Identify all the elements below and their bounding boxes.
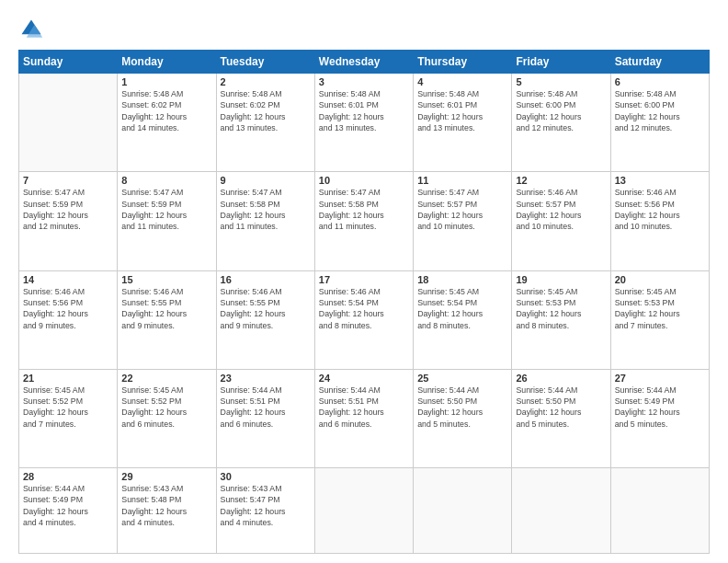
day-number: 14 (23, 274, 113, 285)
day-number: 9 (221, 175, 311, 186)
calendar-cell: 11Sunrise: 5:47 AM Sunset: 5:57 PM Dayli… (414, 172, 512, 270)
day-info: Sunrise: 5:44 AM Sunset: 5:49 PM Dayligh… (615, 385, 705, 430)
calendar-cell: 5Sunrise: 5:48 AM Sunset: 6:00 PM Daylig… (512, 74, 610, 172)
day-number: 17 (319, 274, 409, 285)
calendar-cell: 17Sunrise: 5:46 AM Sunset: 5:54 PM Dayli… (314, 270, 413, 369)
day-info: Sunrise: 5:48 AM Sunset: 6:01 PM Dayligh… (319, 88, 409, 133)
week-row-4: 21Sunrise: 5:45 AM Sunset: 5:52 PM Dayli… (19, 369, 710, 467)
calendar-cell: 22Sunrise: 5:45 AM Sunset: 5:52 PM Dayli… (118, 369, 216, 467)
calendar-cell: 25Sunrise: 5:44 AM Sunset: 5:50 PM Dayli… (414, 369, 512, 467)
calendar-cell: 15Sunrise: 5:46 AM Sunset: 5:55 PM Dayli… (118, 270, 216, 369)
calendar-cell: 4Sunrise: 5:48 AM Sunset: 6:01 PM Daylig… (414, 74, 512, 172)
calendar-cell (19, 74, 118, 172)
day-info: Sunrise: 5:44 AM Sunset: 5:51 PM Dayligh… (221, 385, 311, 430)
day-info: Sunrise: 5:44 AM Sunset: 5:50 PM Dayligh… (516, 385, 606, 430)
day-info: Sunrise: 5:46 AM Sunset: 5:54 PM Dayligh… (319, 286, 409, 331)
day-info: Sunrise: 5:48 AM Sunset: 6:00 PM Dayligh… (516, 88, 606, 133)
day-number: 5 (516, 76, 606, 87)
day-info: Sunrise: 5:44 AM Sunset: 5:50 PM Dayligh… (417, 385, 507, 430)
day-number: 1 (121, 76, 211, 87)
weekday-header-saturday: Saturday (610, 51, 709, 74)
day-number: 18 (417, 274, 507, 285)
day-number: 16 (221, 274, 311, 285)
calendar-cell: 21Sunrise: 5:45 AM Sunset: 5:52 PM Dayli… (19, 369, 118, 467)
day-info: Sunrise: 5:47 AM Sunset: 5:58 PM Dayligh… (319, 187, 409, 232)
day-info: Sunrise: 5:45 AM Sunset: 5:53 PM Dayligh… (516, 286, 606, 331)
day-number: 10 (319, 175, 409, 186)
calendar-cell (414, 468, 512, 554)
calendar-cell: 30Sunrise: 5:43 AM Sunset: 5:47 PM Dayli… (216, 468, 314, 554)
day-number: 29 (121, 471, 211, 482)
calendar-cell: 2Sunrise: 5:48 AM Sunset: 6:02 PM Daylig… (216, 74, 314, 172)
day-info: Sunrise: 5:45 AM Sunset: 5:54 PM Dayligh… (417, 286, 507, 331)
day-info: Sunrise: 5:46 AM Sunset: 5:55 PM Dayligh… (121, 286, 211, 331)
day-number: 25 (417, 373, 507, 384)
day-info: Sunrise: 5:47 AM Sunset: 5:57 PM Dayligh… (417, 187, 507, 232)
day-info: Sunrise: 5:43 AM Sunset: 5:48 PM Dayligh… (121, 483, 211, 528)
weekday-header-friday: Friday (512, 51, 610, 74)
day-number: 28 (23, 471, 113, 482)
calendar-cell (314, 468, 413, 554)
calendar-cell: 12Sunrise: 5:46 AM Sunset: 5:57 PM Dayli… (512, 172, 610, 270)
day-number: 19 (516, 274, 606, 285)
day-number: 3 (319, 76, 409, 87)
weekday-header-sunday: Sunday (19, 51, 118, 74)
weekday-header-tuesday: Tuesday (216, 51, 314, 74)
weekday-header-row: SundayMondayTuesdayWednesdayThursdayFrid… (19, 51, 710, 74)
calendar-cell: 13Sunrise: 5:46 AM Sunset: 5:56 PM Dayli… (610, 172, 709, 270)
weekday-header-wednesday: Wednesday (314, 51, 413, 74)
calendar-cell: 16Sunrise: 5:46 AM Sunset: 5:55 PM Dayli… (216, 270, 314, 369)
calendar-cell: 29Sunrise: 5:43 AM Sunset: 5:48 PM Dayli… (118, 468, 216, 554)
day-info: Sunrise: 5:48 AM Sunset: 6:01 PM Dayligh… (417, 88, 507, 133)
calendar-cell: 26Sunrise: 5:44 AM Sunset: 5:50 PM Dayli… (512, 369, 610, 467)
day-info: Sunrise: 5:47 AM Sunset: 5:59 PM Dayligh… (23, 187, 113, 232)
day-number: 30 (221, 471, 311, 482)
day-number: 27 (615, 373, 705, 384)
weekday-header-thursday: Thursday (414, 51, 512, 74)
calendar-cell: 24Sunrise: 5:44 AM Sunset: 5:51 PM Dayli… (314, 369, 413, 467)
day-number: 12 (516, 175, 606, 186)
calendar-cell: 3Sunrise: 5:48 AM Sunset: 6:01 PM Daylig… (314, 74, 413, 172)
calendar-cell: 19Sunrise: 5:45 AM Sunset: 5:53 PM Dayli… (512, 270, 610, 369)
day-number: 26 (516, 373, 606, 384)
day-info: Sunrise: 5:48 AM Sunset: 6:00 PM Dayligh… (615, 88, 705, 133)
calendar-cell: 10Sunrise: 5:47 AM Sunset: 5:58 PM Dayli… (314, 172, 413, 270)
calendar-cell: 9Sunrise: 5:47 AM Sunset: 5:58 PM Daylig… (216, 172, 314, 270)
day-number: 20 (615, 274, 705, 285)
calendar-cell (610, 468, 709, 554)
calendar-cell: 1Sunrise: 5:48 AM Sunset: 6:02 PM Daylig… (118, 74, 216, 172)
calendar-cell: 27Sunrise: 5:44 AM Sunset: 5:49 PM Dayli… (610, 369, 709, 467)
calendar-cell (512, 468, 610, 554)
day-info: Sunrise: 5:45 AM Sunset: 5:52 PM Dayligh… (23, 385, 113, 430)
week-row-1: 1Sunrise: 5:48 AM Sunset: 6:02 PM Daylig… (19, 74, 710, 172)
weekday-header-monday: Monday (118, 51, 216, 74)
day-info: Sunrise: 5:47 AM Sunset: 5:58 PM Dayligh… (221, 187, 311, 232)
day-info: Sunrise: 5:45 AM Sunset: 5:53 PM Dayligh… (615, 286, 705, 331)
day-number: 2 (221, 76, 311, 87)
logo (18, 17, 48, 42)
day-info: Sunrise: 5:48 AM Sunset: 6:02 PM Dayligh… (121, 88, 211, 133)
day-info: Sunrise: 5:47 AM Sunset: 5:59 PM Dayligh… (121, 187, 211, 232)
calendar-cell: 14Sunrise: 5:46 AM Sunset: 5:56 PM Dayli… (19, 270, 118, 369)
week-row-2: 7Sunrise: 5:47 AM Sunset: 5:59 PM Daylig… (19, 172, 710, 270)
day-info: Sunrise: 5:46 AM Sunset: 5:55 PM Dayligh… (221, 286, 311, 331)
calendar-cell: 6Sunrise: 5:48 AM Sunset: 6:00 PM Daylig… (610, 74, 709, 172)
day-number: 13 (615, 175, 705, 186)
day-info: Sunrise: 5:45 AM Sunset: 5:52 PM Dayligh… (121, 385, 211, 430)
week-row-5: 28Sunrise: 5:44 AM Sunset: 5:49 PM Dayli… (19, 468, 710, 554)
day-number: 4 (417, 76, 507, 87)
calendar-cell: 23Sunrise: 5:44 AM Sunset: 5:51 PM Dayli… (216, 369, 314, 467)
day-number: 23 (221, 373, 311, 384)
header-row (18, 17, 710, 42)
calendar-cell: 8Sunrise: 5:47 AM Sunset: 5:59 PM Daylig… (118, 172, 216, 270)
logo-icon (18, 17, 44, 42)
calendar-cell: 20Sunrise: 5:45 AM Sunset: 5:53 PM Dayli… (610, 270, 709, 369)
page: SundayMondayTuesdayWednesdayThursdayFrid… (0, 0, 728, 563)
day-number: 6 (615, 76, 705, 87)
day-info: Sunrise: 5:46 AM Sunset: 5:56 PM Dayligh… (615, 187, 705, 232)
day-info: Sunrise: 5:43 AM Sunset: 5:47 PM Dayligh… (221, 483, 311, 528)
week-row-3: 14Sunrise: 5:46 AM Sunset: 5:56 PM Dayli… (19, 270, 710, 369)
day-number: 7 (23, 175, 113, 186)
day-number: 21 (23, 373, 113, 384)
day-number: 22 (121, 373, 211, 384)
